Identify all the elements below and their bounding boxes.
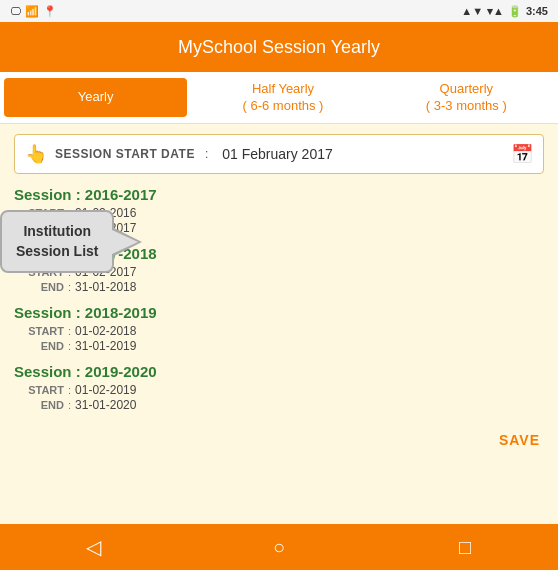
hand-icon: 👆 [25,143,47,165]
location-icon: 📍 [43,5,57,18]
session-title-1: Session : 2017-2018 [14,245,544,262]
status-bar: 🖵 📶 📍 ▲▼ ▾▲ 🔋 3:45 [0,0,558,22]
session-start-0: START : 01-02-2016 [24,206,544,220]
main-content: 👆 SESSION START DATE : 01 February 2017 … [0,124,558,524]
wifi-signal-icon: ▾▲ [487,5,504,18]
session-end-3: END : 31-01-2020 [24,398,544,412]
session-title-2: Session : 2018-2019 [14,304,544,321]
save-button[interactable]: SAVE [499,432,540,448]
session-start-3: START : 01-02-2019 [24,383,544,397]
session-end-0: END : 31-01-2017 [24,221,544,235]
status-bar-left: 🖵 📶 📍 [10,5,57,18]
status-bar-right: ▲▼ ▾▲ 🔋 3:45 [461,5,548,18]
session-title-0: Session : 2016-2017 [14,186,544,203]
wifi-icon: ▲▼ [461,5,483,17]
session-end-1: END : 31-01-2018 [24,280,544,294]
session-start-date-value: 01 February 2017 [222,146,503,162]
session-card-2: Session : 2018-2019 START : 01-02-2018 E… [14,304,544,353]
page-title: MySchool Session Yearly [178,37,380,58]
back-button[interactable]: ◁ [73,527,113,567]
session-start-date-row: 👆 SESSION START DATE : 01 February 2017 … [14,134,544,174]
app-header: MySchool Session Yearly [0,22,558,72]
tab-bar: Yearly Half Yearly( 6-6 months ) Quarter… [0,72,558,124]
tab-half-yearly[interactable]: Half Yearly( 6-6 months ) [191,72,374,123]
session-card-1: Session : 2017-2018 START : 01-02-2017 E… [14,245,544,294]
tab-quarterly[interactable]: Quarterly( 3-3 months ) [375,72,558,123]
save-row: SAVE [14,422,544,452]
session-list: Session : 2016-2017 START : 01-02-2016 E… [14,186,544,412]
signal-icon: 📶 [25,5,39,18]
session-end-2: END : 31-01-2019 [24,339,544,353]
screen-icon: 🖵 [10,5,21,17]
tab-yearly[interactable]: Yearly [4,78,187,117]
session-start-2: START : 01-02-2018 [24,324,544,338]
time-display: 3:45 [526,5,548,17]
session-card-0: Session : 2016-2017 START : 01-02-2016 E… [14,186,544,235]
session-card-3: Session : 2019-2020 START : 01-02-2019 E… [14,363,544,412]
session-start-1: START : 01-02-2017 [24,265,544,279]
bottom-nav: ◁ ○ □ [0,524,558,570]
recent-apps-button[interactable]: □ [445,527,485,567]
session-start-colon: : [205,147,208,161]
session-start-label: SESSION START DATE [55,147,195,161]
session-title-3: Session : 2019-2020 [14,363,544,380]
home-button[interactable]: ○ [259,527,299,567]
calendar-icon[interactable]: 📅 [511,143,533,165]
battery-icon: 🔋 [508,5,522,18]
